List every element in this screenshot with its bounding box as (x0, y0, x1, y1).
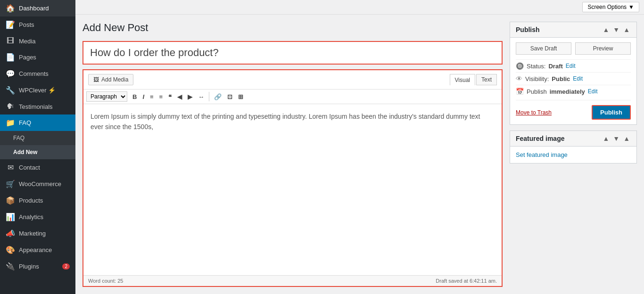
post-title-input[interactable] (83, 41, 503, 65)
publish-actions-top: Save Draft Preview (516, 42, 631, 55)
publish-button[interactable]: Publish (592, 105, 631, 120)
publish-header-controls: ▲ ▼ ▲ (602, 26, 631, 33)
toolbar-separator (209, 92, 209, 101)
faq-submenu: FAQ Add New (0, 131, 75, 159)
draft-saved: Draft saved at 6:42:11 am. (436, 278, 497, 284)
analytics-icon: 📊 (6, 212, 15, 221)
woocommerce-icon: 🛒 (6, 180, 15, 188)
schedule-icon: 📅 (516, 88, 524, 95)
format-toolbar: Paragraph B I ≡ ≡ ❝ ◀ ▶ ↔ 🔗 ⊡ ⊞ (83, 90, 502, 104)
editor-panel: Add New Post 🖼 Add Media Visual (83, 22, 503, 287)
topbar: Screen Options ▼ (75, 0, 644, 15)
visual-tab[interactable]: Visual (450, 74, 475, 85)
sidebar-item-dashboard[interactable]: 🏠 Dashboard (0, 0, 75, 16)
editor-text: Lorem Ipsum is simply dummy text of the … (91, 113, 480, 131)
wpclever-icon: 🔧 (6, 86, 15, 95)
sidebar-item-marketing[interactable]: 📣 Marketing (0, 225, 75, 242)
sidebar-item-media[interactable]: 🎞 Media (0, 33, 75, 49)
contact-icon: ✉ (6, 163, 15, 172)
italic-button[interactable]: I (140, 92, 147, 102)
sidebar-item-faq-add-new[interactable]: Add New (0, 145, 75, 159)
editor-container: 🖼 Add Media Visual Text (83, 69, 503, 287)
sidebar-item-analytics[interactable]: 📊 Analytics (0, 209, 75, 225)
main-area: Screen Options ▼ Add New Post 🖼 Add Medi… (75, 0, 644, 294)
pages-icon: 📄 (6, 53, 15, 62)
faq-icon: 📁 (6, 118, 15, 127)
schedule-edit-link[interactable]: Edit (588, 88, 598, 95)
sidebar-item-appearance[interactable]: 🎨 Appearance (0, 242, 75, 258)
sidebar-item-wpclever[interactable]: 🔧 WPClever ⚡ (0, 82, 75, 98)
status-row: 🔘 Status: Draft Edit (516, 59, 631, 72)
add-media-bar: 🖼 Add Media Visual Text (83, 70, 502, 90)
sidebar-item-faq[interactable]: 📁 FAQ (0, 114, 75, 131)
visibility-icon: 👁 (516, 75, 522, 82)
sidebar: 🏠 Dashboard 📝 Posts 🎞 Media 📄 Pages 💬 Co… (0, 0, 75, 294)
visual-text-tabs: Visual Text (450, 74, 497, 85)
publish-meta-box: Publish ▲ ▼ ▲ Save Draft Preview 🔘 Statu… (510, 22, 637, 125)
add-media-button[interactable]: 🖼 Add Media (88, 74, 133, 85)
right-sidebar: Publish ▲ ▼ ▲ Save Draft Preview 🔘 Statu… (510, 22, 637, 287)
more-button[interactable]: ⊡ (225, 92, 235, 102)
word-count-bar: Word count: 25 Draft saved at 6:42:11 am… (83, 275, 502, 286)
screen-options-button[interactable]: Screen Options ▼ (582, 2, 639, 12)
publish-collapse-up[interactable]: ▲ (602, 26, 610, 33)
featured-image-header: Featured image ▲ ▼ ▲ (510, 131, 636, 147)
publish-box-title: Publish (516, 26, 540, 33)
chevron-down-icon: ▼ (628, 4, 634, 10)
featured-image-title: Featured image (516, 135, 564, 142)
sidebar-item-woocommerce[interactable]: 🛒 WooCommerce (0, 176, 75, 192)
blockquote-button[interactable]: ❝ (166, 92, 174, 102)
align-left-button[interactable]: ◀ (175, 92, 184, 102)
save-draft-button[interactable]: Save Draft (516, 42, 571, 55)
featured-image-controls: ▲ ▼ ▲ (602, 135, 631, 142)
sidebar-item-comments[interactable]: 💬 Comments (0, 65, 75, 82)
page-title: Add New Post (83, 22, 503, 34)
ordered-list-button[interactable]: ≡ (157, 92, 165, 102)
sidebar-item-posts[interactable]: 📝 Posts (0, 16, 75, 33)
schedule-row: 📅 Publish immediately Edit (516, 85, 631, 98)
status-edit-link[interactable]: Edit (566, 63, 576, 69)
sidebar-item-products[interactable]: 📦 Products (0, 192, 75, 209)
featured-image-content: Set featured image (510, 147, 636, 163)
publish-collapse-down[interactable]: ▼ (612, 26, 620, 33)
align-right-button[interactable]: ↔ (196, 92, 206, 102)
publish-footer: Move to Trash Publish (516, 100, 631, 120)
publish-box-header: Publish ▲ ▼ ▲ (510, 22, 636, 38)
visibility-row: 👁 Visibility: Public Edit (516, 72, 631, 85)
sidebar-item-pages[interactable]: 📄 Pages (0, 49, 75, 65)
paragraph-select[interactable]: Paragraph (86, 91, 127, 102)
publish-box-content: Save Draft Preview 🔘 Status: Draft Edit … (510, 38, 636, 124)
text-tab[interactable]: Text (476, 74, 497, 85)
featured-collapse-down[interactable]: ▼ (612, 135, 620, 142)
content-area: Add New Post 🖼 Add Media Visual (75, 15, 644, 294)
bold-button[interactable]: B (130, 92, 139, 102)
status-icon: 🔘 (516, 62, 524, 70)
link-button[interactable]: 🔗 (212, 92, 224, 102)
preview-button[interactable]: Preview (575, 42, 631, 55)
add-media-icon: 🖼 (93, 76, 99, 83)
visibility-edit-link[interactable]: Edit (573, 75, 583, 82)
testimonials-icon: 🗣 (6, 102, 15, 111)
featured-image-meta-box: Featured image ▲ ▼ ▲ Set featured image (510, 131, 637, 163)
media-icon: 🎞 (6, 37, 15, 45)
unordered-list-button[interactable]: ≡ (148, 92, 156, 102)
sidebar-item-contact[interactable]: ✉ Contact (0, 159, 75, 176)
sidebar-item-plugins[interactable]: 🔌 Plugins 2 (0, 258, 75, 275)
align-center-button[interactable]: ▶ (185, 92, 195, 102)
featured-expand[interactable]: ▲ (622, 135, 631, 142)
editor-content[interactable]: Lorem Ipsum is simply dummy text of the … (83, 104, 502, 275)
move-to-trash-button[interactable]: Move to Trash (516, 109, 552, 116)
plugins-badge: 2 (62, 263, 70, 270)
marketing-icon: 📣 (6, 229, 15, 238)
publish-expand[interactable]: ▲ (622, 26, 631, 33)
word-count: Word count: 25 (88, 278, 123, 284)
featured-collapse-up[interactable]: ▲ (602, 135, 610, 142)
plugins-icon: 🔌 (6, 262, 15, 271)
sidebar-item-faq-all[interactable]: FAQ (0, 131, 75, 145)
sidebar-item-testimonials[interactable]: 🗣 Testimonials (0, 98, 75, 114)
appearance-icon: 🎨 (6, 245, 15, 254)
table-button[interactable]: ⊞ (236, 92, 246, 102)
products-icon: 📦 (6, 196, 15, 205)
dashboard-icon: 🏠 (6, 4, 15, 13)
set-featured-image-link[interactable]: Set featured image (516, 151, 568, 158)
